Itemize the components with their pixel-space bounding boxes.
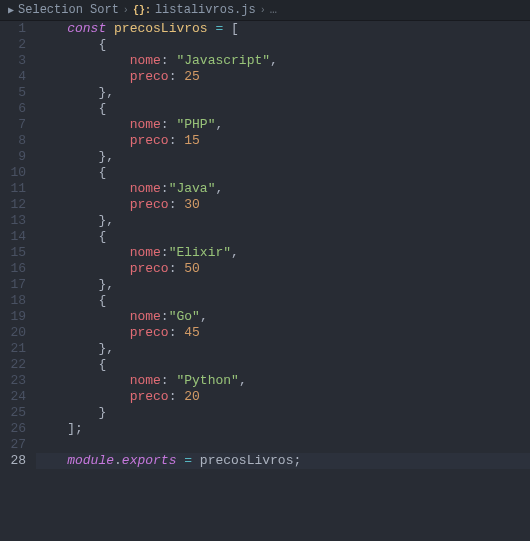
line-number[interactable]: 11: [0, 181, 26, 197]
code-line[interactable]: },: [36, 277, 530, 293]
code-line[interactable]: {: [36, 357, 530, 373]
code-line[interactable]: nome: "Javascript",: [36, 53, 530, 69]
code-line[interactable]: ];: [36, 421, 530, 437]
js-file-icon: {}:: [133, 5, 151, 16]
code-line[interactable]: nome:"Elixir",: [36, 245, 530, 261]
line-number[interactable]: 25: [0, 405, 26, 421]
code-editor[interactable]: 1 2 3 4 5 6 7 8 9 10 11 12 13 14 15 16 1…: [0, 21, 530, 469]
line-number[interactable]: 20: [0, 325, 26, 341]
line-number[interactable]: 28: [0, 453, 26, 469]
code-line[interactable]: },: [36, 341, 530, 357]
code-line[interactable]: },: [36, 149, 530, 165]
code-line[interactable]: nome:"Java",: [36, 181, 530, 197]
line-number[interactable]: 22: [0, 357, 26, 373]
breadcrumb-file[interactable]: listalivros.js: [155, 3, 256, 17]
line-number[interactable]: 27: [0, 437, 26, 453]
breadcrumb-folder[interactable]: Selection Sort: [18, 3, 119, 17]
code-line[interactable]: {: [36, 293, 530, 309]
line-number[interactable]: 26: [0, 421, 26, 437]
code-line[interactable]: {: [36, 101, 530, 117]
line-number[interactable]: 1: [0, 21, 26, 37]
line-number[interactable]: 3: [0, 53, 26, 69]
code-line[interactable]: preco: 25: [36, 69, 530, 85]
line-number[interactable]: 13: [0, 213, 26, 229]
code-line[interactable]: },: [36, 85, 530, 101]
line-number[interactable]: 19: [0, 309, 26, 325]
code-line[interactable]: nome: "PHP",: [36, 117, 530, 133]
code-line[interactable]: [36, 437, 530, 453]
chevron-right-icon: ›: [260, 5, 266, 16]
line-number[interactable]: 6: [0, 101, 26, 117]
line-number[interactable]: 16: [0, 261, 26, 277]
code-line[interactable]: nome:"Go",: [36, 309, 530, 325]
code-line[interactable]: module.exports = precosLivros;: [36, 453, 530, 469]
run-icon[interactable]: ▶: [8, 4, 14, 16]
line-number[interactable]: 10: [0, 165, 26, 181]
code-line[interactable]: preco: 50: [36, 261, 530, 277]
code-line[interactable]: preco: 45: [36, 325, 530, 341]
code-line[interactable]: nome: "Python",: [36, 373, 530, 389]
breadcrumb: ▶ Selection Sort › {}: listalivros.js › …: [0, 0, 530, 21]
line-number[interactable]: 9: [0, 149, 26, 165]
line-number[interactable]: 8: [0, 133, 26, 149]
line-number[interactable]: 7: [0, 117, 26, 133]
code-line[interactable]: },: [36, 213, 530, 229]
line-number[interactable]: 12: [0, 197, 26, 213]
code-line[interactable]: preco: 20: [36, 389, 530, 405]
code-line[interactable]: {: [36, 37, 530, 53]
code-line[interactable]: preco: 30: [36, 197, 530, 213]
line-number[interactable]: 21: [0, 341, 26, 357]
line-gutter: 1 2 3 4 5 6 7 8 9 10 11 12 13 14 15 16 1…: [0, 21, 36, 469]
line-number[interactable]: 15: [0, 245, 26, 261]
code-line[interactable]: }: [36, 405, 530, 421]
line-number[interactable]: 18: [0, 293, 26, 309]
line-number[interactable]: 23: [0, 373, 26, 389]
breadcrumb-more[interactable]: …: [270, 3, 277, 17]
line-number[interactable]: 24: [0, 389, 26, 405]
chevron-right-icon: ›: [123, 5, 129, 16]
code-line[interactable]: {: [36, 165, 530, 181]
code-line[interactable]: {: [36, 229, 530, 245]
line-number[interactable]: 2: [0, 37, 26, 53]
line-number[interactable]: 4: [0, 69, 26, 85]
code-line[interactable]: const precosLivros = [: [36, 21, 530, 37]
line-number[interactable]: 17: [0, 277, 26, 293]
code-line[interactable]: preco: 15: [36, 133, 530, 149]
code-area[interactable]: const precosLivros = [ { nome: "Javascri…: [36, 21, 530, 469]
line-number[interactable]: 14: [0, 229, 26, 245]
line-number[interactable]: 5: [0, 85, 26, 101]
